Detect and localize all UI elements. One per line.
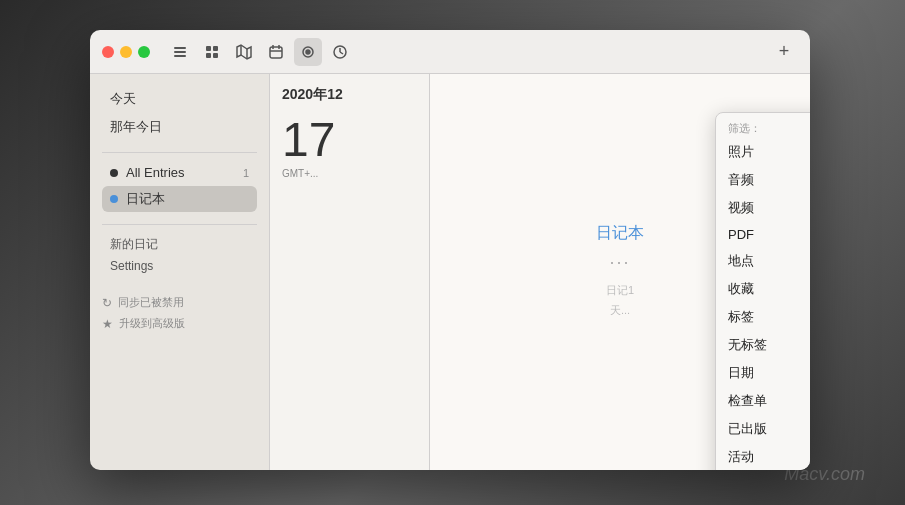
sidebar-item-this-year[interactable]: 那年今日 bbox=[102, 114, 257, 140]
svg-line-18 bbox=[340, 52, 343, 54]
calendar-header: 2020年12 bbox=[282, 86, 417, 104]
filter-audio[interactable]: 音频 bbox=[716, 166, 810, 194]
map-view-button[interactable] bbox=[230, 38, 258, 66]
clock-button[interactable] bbox=[326, 38, 354, 66]
all-entries-badge: 1 bbox=[243, 167, 249, 179]
upgrade-icon: ★ bbox=[102, 317, 113, 331]
svg-rect-6 bbox=[213, 53, 218, 58]
svg-point-15 bbox=[306, 50, 310, 54]
sidebar-sync[interactable]: ↻ 同步已被禁用 bbox=[102, 292, 257, 313]
main-content: 日记本 ··· 日记1 天... 筛选： 照片 音频 视频 bbox=[430, 74, 810, 470]
filter-button[interactable] bbox=[294, 38, 322, 66]
filter-date[interactable]: 日期 ▶ bbox=[716, 359, 810, 387]
svg-rect-3 bbox=[206, 46, 211, 51]
minimize-button[interactable] bbox=[120, 46, 132, 58]
filter-published[interactable]: 已出版 bbox=[716, 415, 810, 443]
notebook-preview: 日记本 ··· 日记1 天... bbox=[596, 223, 644, 321]
sidebar-entries-section: All Entries 1 日记本 bbox=[90, 161, 269, 212]
notebook-meta: 日记1 天... bbox=[606, 281, 634, 321]
notebook-dot bbox=[110, 195, 118, 203]
filter-checklist[interactable]: 检查单 bbox=[716, 387, 810, 415]
grid-view-button[interactable] bbox=[198, 38, 226, 66]
sidebar: 今天 那年今日 All Entries 1 日记本 bbox=[90, 74, 270, 470]
window-body: 今天 那年今日 All Entries 1 日记本 bbox=[90, 74, 810, 470]
titlebar: + bbox=[90, 30, 810, 74]
filter-section-label: 筛选： bbox=[716, 117, 810, 138]
sidebar-settings[interactable]: Settings bbox=[90, 256, 269, 276]
filter-tags[interactable]: 标签 bbox=[716, 303, 810, 331]
filter-activity[interactable]: 活动 ▶ bbox=[716, 443, 810, 470]
sidebar-new-entry[interactable]: 新的日记 bbox=[90, 233, 269, 256]
all-entries-dot bbox=[110, 169, 118, 177]
sidebar-item-notebook[interactable]: 日记本 bbox=[102, 186, 257, 212]
calendar-date: 17 GMT+... bbox=[282, 116, 417, 179]
calendar-day: 17 bbox=[282, 116, 417, 164]
svg-rect-2 bbox=[174, 55, 186, 57]
calendar-timezone: GMT+... bbox=[282, 168, 417, 179]
filter-no-tags[interactable]: 无标签 bbox=[716, 331, 810, 359]
sync-icon: ↻ bbox=[102, 296, 112, 310]
sidebar-divider-2 bbox=[102, 224, 257, 225]
close-button[interactable] bbox=[102, 46, 114, 58]
traffic-lights bbox=[102, 46, 150, 58]
sidebar-bottom: ↻ 同步已被禁用 ★ 升级到高级版 bbox=[90, 284, 269, 342]
sidebar-item-all-entries[interactable]: All Entries 1 bbox=[102, 161, 257, 184]
svg-rect-4 bbox=[213, 46, 218, 51]
svg-rect-0 bbox=[174, 47, 186, 49]
svg-rect-1 bbox=[174, 51, 186, 53]
filter-favorites[interactable]: 收藏 bbox=[716, 275, 810, 303]
sidebar-upgrade[interactable]: ★ 升级到高级版 bbox=[102, 313, 257, 334]
main-window: + 今天 那年今日 All Entries 1 bbox=[90, 30, 810, 470]
list-view-button[interactable] bbox=[166, 38, 194, 66]
svg-rect-5 bbox=[206, 53, 211, 58]
notebook-title: 日记本 bbox=[596, 223, 644, 244]
maximize-button[interactable] bbox=[138, 46, 150, 58]
sidebar-date-section: 今天 那年今日 bbox=[90, 86, 269, 140]
sidebar-item-today[interactable]: 今天 bbox=[102, 86, 257, 112]
filter-pdf[interactable]: PDF bbox=[716, 222, 810, 247]
sidebar-divider-1 bbox=[102, 152, 257, 153]
add-entry-button[interactable]: + bbox=[770, 38, 798, 66]
filter-location[interactable]: 地点 bbox=[716, 247, 810, 275]
filter-video[interactable]: 视频 bbox=[716, 194, 810, 222]
filter-dropdown: 筛选： 照片 音频 视频 PDF 地点 收藏 bbox=[715, 112, 810, 470]
svg-marker-7 bbox=[237, 45, 251, 59]
calendar-column: 2020年12 17 GMT+... bbox=[270, 74, 430, 470]
svg-rect-10 bbox=[270, 47, 282, 58]
toolbar-icons bbox=[166, 38, 468, 66]
calendar-view-button[interactable] bbox=[262, 38, 290, 66]
notebook-dots: ··· bbox=[609, 252, 630, 273]
filter-photos[interactable]: 照片 bbox=[716, 138, 810, 166]
